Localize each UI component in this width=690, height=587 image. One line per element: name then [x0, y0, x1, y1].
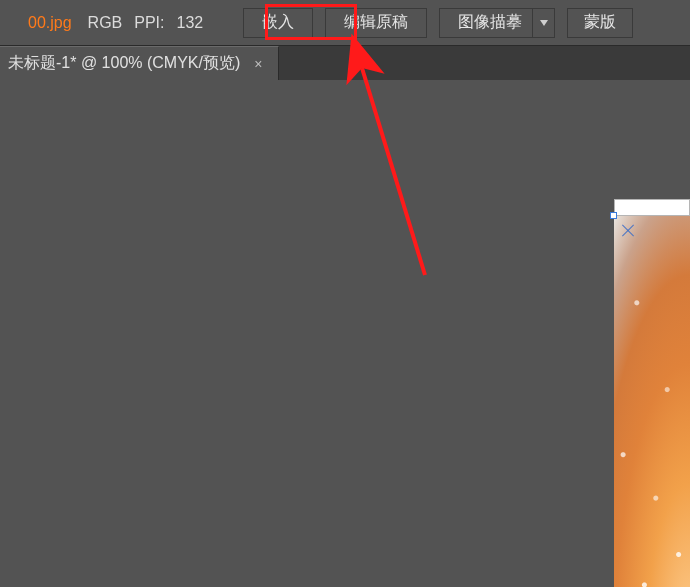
- image-trace-dropdown-arrow[interactable]: [533, 8, 555, 38]
- mask-button[interactable]: 蒙版: [567, 8, 633, 38]
- chevron-down-icon: [540, 20, 548, 26]
- color-mode-label: RGB: [82, 14, 129, 32]
- embed-button[interactable]: 嵌入: [243, 8, 313, 38]
- ppi-label: PPI:: [128, 14, 170, 32]
- linked-filename: 00.jpg: [4, 14, 82, 32]
- linked-image-x-icon: [620, 222, 636, 238]
- document-tab-title: 未标题-1* @ 100% (CMYK/预览): [8, 53, 240, 74]
- close-tab-button[interactable]: ×: [252, 56, 264, 72]
- artboard-top-edge: [614, 199, 690, 216]
- document-tab-bar: 未标题-1* @ 100% (CMYK/预览) ×: [0, 46, 690, 80]
- linked-file-options-bar: 00.jpg RGB PPI: 132 嵌入 编辑原稿 图像描摹 蒙版: [0, 0, 690, 46]
- edit-original-button[interactable]: 编辑原稿: [325, 8, 427, 38]
- image-trace-split-button[interactable]: 图像描摹: [439, 8, 555, 38]
- selection-handle-top-left[interactable]: [610, 212, 617, 219]
- canvas-area[interactable]: [0, 80, 690, 587]
- document-tab-active[interactable]: 未标题-1* @ 100% (CMYK/预览) ×: [0, 46, 279, 80]
- ppi-value: 132: [171, 14, 210, 32]
- image-trace-button[interactable]: 图像描摹: [439, 8, 533, 38]
- placed-image[interactable]: [614, 215, 690, 587]
